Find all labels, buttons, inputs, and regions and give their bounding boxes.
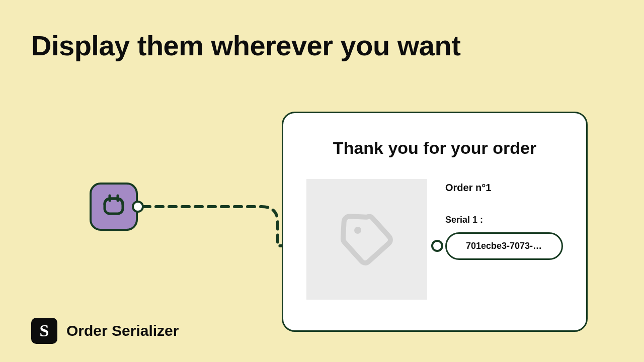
product-thumbnail (306, 179, 427, 300)
page-headline: Display them wherever you want (31, 30, 460, 61)
brand-badge-icon: S (31, 318, 57, 344)
source-node-output-port (132, 201, 144, 213)
order-info: Order n°1 Serial 1 : 701ecbe3-7073-… (445, 179, 563, 260)
order-number: Order n°1 (445, 182, 563, 194)
calendar-icon (102, 194, 126, 220)
svg-point-3 (354, 227, 361, 234)
source-node (90, 183, 138, 231)
brand-badge-letter: S (40, 322, 49, 339)
footer-brand: S Order Serializer (31, 318, 179, 344)
serial-field-input-port (431, 240, 443, 252)
serial-label: Serial 1 : (445, 215, 563, 225)
card-title: Thank you for your order (306, 138, 563, 158)
brand-name: Order Serializer (66, 322, 179, 339)
serial-value-pill: 701ecbe3-7073-… (445, 232, 563, 260)
order-confirmation-card: Thank you for your order Order n°1 Seria… (282, 112, 588, 332)
tag-icon (337, 208, 397, 270)
